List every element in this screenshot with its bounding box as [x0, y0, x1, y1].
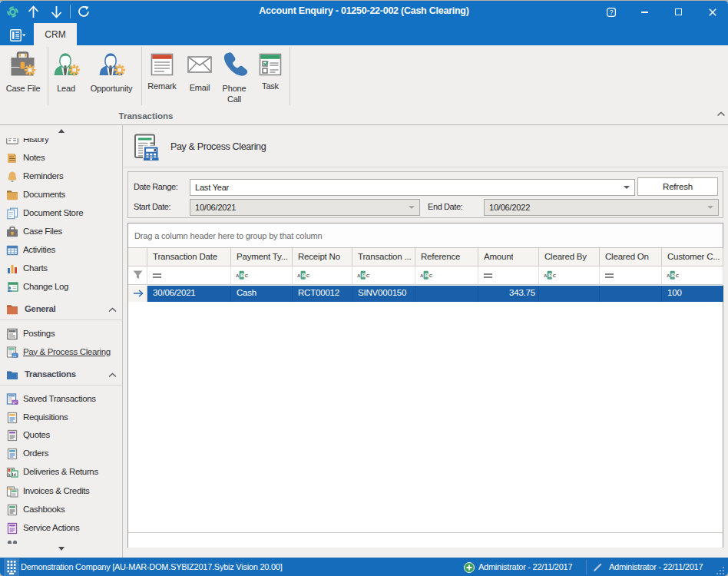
svg-text:C: C — [306, 273, 310, 278]
svg-text:C: C — [366, 273, 370, 278]
svg-text:B: B — [240, 273, 244, 278]
svg-text:A: A — [357, 273, 361, 278]
svg-text:?: ? — [610, 8, 614, 16]
svg-text:C: C — [245, 273, 249, 278]
svg-text:B: B — [302, 273, 306, 278]
svg-text:C: C — [429, 273, 433, 278]
svg-text:A: A — [236, 273, 240, 278]
svg-text:B: B — [548, 273, 552, 278]
svg-text:A: A — [420, 273, 424, 278]
svg-text:A: A — [297, 273, 301, 278]
svg-text:A: A — [667, 273, 670, 278]
svg-text:B: B — [425, 273, 429, 278]
svg-text:C: C — [553, 273, 557, 278]
svg-text:B: B — [362, 273, 366, 278]
svg-text:C: C — [676, 273, 680, 278]
svg-text:A: A — [544, 273, 548, 278]
svg-text:B: B — [671, 273, 675, 278]
